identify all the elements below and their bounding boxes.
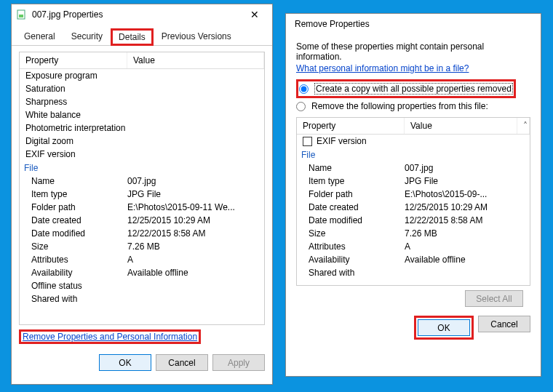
table-row: AttributesA	[20, 253, 264, 266]
ok-button[interactable]: OK	[99, 354, 151, 371]
column-headers[interactable]: Property Value ˄	[297, 118, 530, 135]
ok-button[interactable]: OK	[418, 319, 470, 336]
radio-remove-following[interactable]: Remove the following properties from thi…	[296, 100, 530, 113]
property-list: Property Value Exposure program Saturati…	[19, 52, 265, 325]
tab-previous-versions[interactable]: Previous Versions	[154, 28, 239, 45]
table-row: Sharpness	[20, 95, 264, 108]
file-icon	[16, 9, 28, 20]
cancel-button[interactable]: Cancel	[478, 316, 530, 332]
table-row: Item typeJPG File	[20, 188, 264, 201]
radio-create-copy[interactable]: Create a copy with all possible properti…	[299, 81, 513, 96]
window-title: 007.jpg Properties	[32, 9, 240, 20]
info-link[interactable]: What personal information might be in a …	[296, 63, 469, 73]
table-row: Saturation	[20, 82, 264, 95]
apply-button[interactable]: Apply	[212, 354, 265, 371]
intro-text: Some of these properties might contain p…	[296, 41, 530, 62]
dialog-content: Some of these properties might contain p…	[286, 34, 541, 310]
properties-dialog: 007.jpg Properties ✕ General Security De…	[11, 4, 273, 385]
titlebar[interactable]: 007.jpg Properties ✕	[12, 4, 272, 25]
close-icon[interactable]: ✕	[240, 6, 269, 23]
window-title: Remove Properties	[295, 19, 538, 29]
table-row: EXIF version	[20, 148, 264, 161]
table-row: Name007.jpg	[297, 161, 530, 175]
tab-details[interactable]: Details	[111, 28, 154, 46]
tab-strip: General Security Details Previous Versio…	[12, 25, 272, 46]
table-row: White balance	[20, 108, 264, 121]
table-row: Name007.jpg	[20, 175, 264, 188]
remove-properties-dialog: Remove Properties Some of these properti…	[285, 13, 541, 377]
remove-properties-link[interactable]: Remove Properties and Personal Informati…	[23, 332, 197, 342]
column-headers[interactable]: Property Value	[20, 52, 264, 69]
radio-remove-following-label: Remove the following properties from thi…	[311, 101, 488, 111]
property-list-body[interactable]: EXIF version File Name007.jpg Item typeJ…	[297, 135, 530, 284]
table-row: Item typeJPG File	[297, 175, 530, 188]
col-property[interactable]: Property	[20, 52, 127, 68]
table-row[interactable]: EXIF version	[297, 135, 530, 148]
table-row: Shared with	[297, 266, 530, 279]
tab-general[interactable]: General	[16, 28, 63, 45]
dialog-buttons: OK Cancel Apply	[12, 348, 272, 378]
table-row: Date created12/25/2015 10:29 AM	[297, 201, 530, 214]
section-file: File	[20, 161, 264, 175]
table-row: Size7.26 MB	[20, 240, 264, 253]
table-row: Folder pathE:\Photos\2015-09-11 We...	[20, 201, 264, 214]
select-all-button[interactable]: Select All	[465, 290, 523, 307]
table-row: Date modified12/22/2015 8:58 AM	[297, 214, 530, 227]
table-row: AvailabilityAvailable offline	[297, 253, 530, 266]
table-row: Offline status	[20, 279, 264, 292]
table-row: AttributesA	[297, 240, 530, 253]
scroll-up-icon[interactable]: ˄	[517, 118, 530, 134]
table-row: Folder pathE:\Photos\2015-09-...	[297, 188, 530, 201]
titlebar[interactable]: Remove Properties	[286, 14, 541, 34]
tab-content: Property Value Exposure program Saturati…	[12, 46, 272, 348]
svg-rect-1	[19, 15, 23, 17]
table-row: Photometric interpretation	[20, 121, 264, 135]
table-row: Digital zoom	[20, 135, 264, 148]
checkbox-icon[interactable]	[303, 137, 312, 146]
table-row: AvailabilityAvailable offline	[20, 266, 264, 279]
table-row: Size7.26 MB	[297, 227, 530, 240]
cancel-button[interactable]: Cancel	[156, 354, 208, 371]
dialog-buttons: OK Cancel	[286, 310, 541, 347]
col-property[interactable]: Property	[297, 118, 405, 134]
radio-remove-following-input[interactable]	[296, 102, 306, 111]
table-row: Exposure program	[20, 69, 264, 82]
radio-create-copy-input[interactable]	[299, 84, 309, 94]
property-list-body[interactable]: Exposure program Saturation Sharpness Wh…	[20, 69, 264, 324]
col-value[interactable]: Value	[127, 52, 264, 68]
tab-security[interactable]: Security	[63, 28, 111, 45]
col-value[interactable]: Value	[405, 118, 517, 134]
table-row: Shared with	[20, 292, 264, 305]
property-list: Property Value ˄ EXIF version File Name0…	[296, 117, 530, 286]
table-row: Date created12/25/2015 10:29 AM	[20, 214, 264, 227]
table-row: Date modified12/22/2015 8:58 AM	[20, 227, 264, 240]
section-file: File	[297, 148, 530, 161]
radio-create-copy-label: Create a copy with all possible properti…	[314, 83, 513, 95]
